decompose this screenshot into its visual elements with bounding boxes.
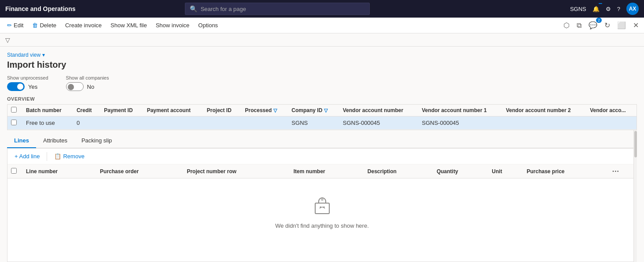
show-all-companies-toggle[interactable] <box>66 82 84 91</box>
help-icon[interactable]: ? <box>617 6 620 12</box>
th-purchase-order: Purchase order <box>96 164 182 178</box>
show-all-companies-value: No <box>87 84 95 90</box>
create-invoice-button[interactable]: Create invoice <box>62 20 105 30</box>
row-checkbox[interactable] <box>11 120 17 125</box>
filter-bar: ▽ <box>0 33 644 47</box>
processed-filter-icon[interactable]: ▽ <box>273 108 277 113</box>
cell-vendor-account-number: SGNS-000045 <box>339 116 418 130</box>
th-payment-account: Payment account <box>143 105 202 116</box>
delete-button[interactable]: 🗑 Delete <box>29 20 60 30</box>
more-columns-icon[interactable]: ⋯ <box>612 167 619 175</box>
notification-badge <box>599 3 602 4</box>
th-project-number-row: Project number row <box>182 164 289 178</box>
filter-icon[interactable]: ▽ <box>5 36 10 44</box>
svg-point-3 <box>323 207 324 208</box>
delete-icon: 🗑 <box>32 22 38 29</box>
overview-table-header-row: Batch number Credit Payment ID Payment a… <box>7 105 637 116</box>
app-title: Finance and Operations <box>5 5 76 12</box>
tabs-bar: Lines Attributes Packing slip <box>7 134 637 148</box>
toggles-row: Show unprocessed Yes Show all companies … <box>7 75 637 91</box>
page-title: Import history <box>7 60 637 70</box>
scrollbar-thumb[interactable] <box>634 131 637 157</box>
show-unprocessed-toggle[interactable] <box>7 82 25 91</box>
open-in-new-icon[interactable]: ⧉ <box>575 20 583 31</box>
show-xml-button[interactable]: Show XML file <box>107 20 151 30</box>
options-button[interactable]: Options <box>195 20 221 30</box>
svg-point-2 <box>320 207 321 208</box>
cell-payment-account <box>143 116 202 130</box>
overview-table: Batch number Credit Payment ID Payment a… <box>7 105 637 130</box>
toggle-thumb-off <box>68 84 74 90</box>
top-nav-right: SGNS 🔔 ⚙ ? AX <box>570 3 639 15</box>
search-box[interactable]: 🔍 <box>185 3 370 15</box>
th-more-options: ⋯ <box>607 164 637 178</box>
table-row[interactable]: Free to use 0 SGNS SGNS-000045 SGNS-0000… <box>7 116 637 130</box>
empty-state: We didn't find anything to show here. <box>7 178 637 247</box>
user-avatar[interactable]: AX <box>626 3 639 15</box>
lines-select-all-th <box>7 164 22 178</box>
personalize-icon[interactable]: ⬡ <box>562 19 571 31</box>
tab-packing-slip[interactable]: Packing slip <box>74 134 119 148</box>
search-input[interactable] <box>201 6 365 12</box>
th-project-id: Project ID <box>202 105 241 116</box>
th-line-number: Line number <box>22 164 96 178</box>
show-unprocessed-group: Show unprocessed Yes <box>7 75 48 91</box>
remove-button[interactable]: 📋 Remove <box>51 151 88 161</box>
tab-attributes[interactable]: Attributes <box>36 134 74 148</box>
empty-state-text: We didn't find anything to show here. <box>275 222 369 229</box>
edit-icon: ✏ <box>7 22 12 29</box>
cell-credit: 0 <box>72 116 99 130</box>
message-icon[interactable]: 💬 2 <box>587 19 599 31</box>
view-selector[interactable]: Standard view ▾ <box>7 52 637 58</box>
settings-icon[interactable]: ⚙ <box>606 6 611 12</box>
remove-icon: 📋 <box>54 153 61 160</box>
th-unit: Unit <box>487 164 522 178</box>
add-line-button[interactable]: + Add line <box>11 151 43 161</box>
show-unprocessed-label: Show unprocessed <box>7 75 48 80</box>
cell-project-id <box>202 116 241 130</box>
th-batch-number: Batch number <box>22 105 72 116</box>
th-quantity: Quantity <box>432 164 487 178</box>
close-icon[interactable]: ✕ <box>631 19 640 31</box>
select-all-checkbox[interactable] <box>11 107 17 113</box>
lines-table: Line number Purchase order Project numbe… <box>7 164 637 178</box>
action-toolbar: ✏ Edit 🗑 Delete Create invoice Show XML … <box>0 18 644 33</box>
tab-lines[interactable]: Lines <box>7 134 36 148</box>
cell-batch-number: Free to use <box>22 116 72 130</box>
lines-toolbar: + Add line 📋 Remove <box>7 149 637 164</box>
show-invoice-button[interactable]: Show invoice <box>152 20 193 30</box>
show-all-companies-group: Show all companies No <box>66 75 109 91</box>
message-badge: 2 <box>596 18 602 23</box>
lines-select-all-checkbox[interactable] <box>11 168 17 174</box>
overview-section-label: OVERVIEW <box>7 96 637 102</box>
select-all-checkbox-th <box>7 105 22 116</box>
expand-icon: ⬜ <box>615 19 628 31</box>
th-vendor-account-2: Vendor account number 2 <box>501 105 585 116</box>
overview-table-body: Free to use 0 SGNS SGNS-000045 SGNS-0000… <box>7 116 637 130</box>
th-credit: Credit <box>72 105 99 116</box>
user-code: SGNS <box>570 6 586 12</box>
refresh-icon[interactable]: ↻ <box>603 19 612 31</box>
top-navigation: Finance and Operations 🔍 SGNS 🔔 ⚙ ? AX <box>0 0 644 18</box>
edit-button[interactable]: ✏ Edit <box>4 20 27 30</box>
main-content: ▽ Standard view ▾ Import history Show un… <box>0 33 644 262</box>
svg-point-1 <box>321 198 324 201</box>
view-selector-label: Standard view <box>7 52 40 58</box>
show-all-companies-toggle-row: No <box>66 82 109 91</box>
th-vendor-acco: Vendor acco... <box>585 105 637 116</box>
th-vendor-account: Vendor account number <box>339 105 418 116</box>
company-id-filter-icon[interactable]: ▽ <box>324 108 328 113</box>
row-checkbox-cell <box>7 116 22 130</box>
notifications-icon[interactable]: 🔔 <box>592 6 600 12</box>
cell-company-id: SGNS <box>287 116 338 130</box>
scrollbar[interactable] <box>633 130 637 262</box>
th-company-id: Company ID ▽ <box>287 105 338 116</box>
show-all-companies-label: Show all companies <box>66 75 109 80</box>
cell-processed <box>241 116 287 130</box>
th-processed: Processed ▽ <box>241 105 287 116</box>
lines-table-wrapper: Line number Purchase order Project numbe… <box>7 164 637 262</box>
th-vendor-account-1: Vendor account number 1 <box>417 105 501 116</box>
svg-rect-0 <box>315 203 329 214</box>
page-area: Standard view ▾ Import history Show unpr… <box>0 47 644 262</box>
bottom-section: Lines Attributes Packing slip + Add line <box>7 130 637 262</box>
